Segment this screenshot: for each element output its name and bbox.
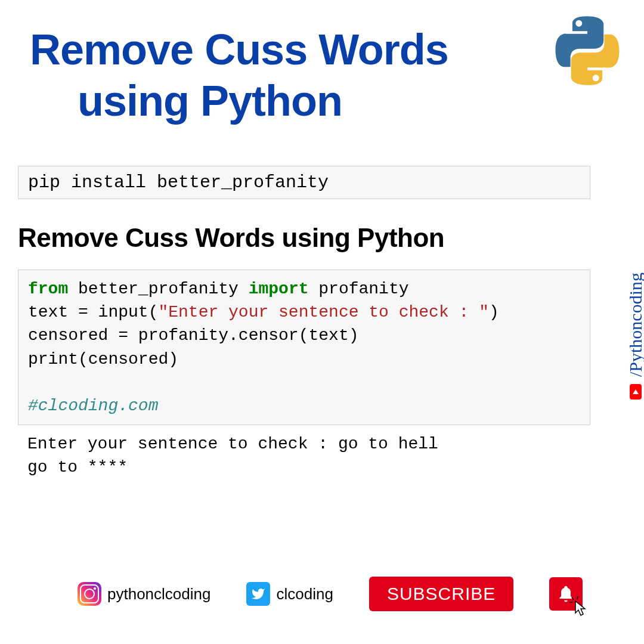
code-line-2a: text = input( bbox=[28, 303, 158, 321]
code-string: "Enter your sentence to check : " bbox=[158, 303, 489, 321]
svg-point-0 bbox=[575, 20, 582, 27]
twitter-icon bbox=[246, 582, 270, 606]
output-line-1: Enter your sentence to check : go to hel… bbox=[27, 435, 438, 453]
code-comment: #clcoding.com bbox=[28, 397, 158, 415]
instagram-icon bbox=[78, 582, 101, 606]
code-keyword-import: import bbox=[249, 280, 309, 298]
svg-line-2 bbox=[572, 597, 574, 600]
twitter-link[interactable]: clcoding bbox=[246, 582, 333, 606]
content-area: pip install better_profanity Remove Cuss… bbox=[18, 166, 590, 479]
python-logo-icon bbox=[552, 15, 623, 86]
subscribe-button[interactable]: SUBSCRIBE bbox=[369, 577, 513, 611]
header-area: Remove Cuss Words using Python bbox=[30, 24, 543, 127]
code-keyword-from: from bbox=[28, 280, 68, 298]
youtube-icon bbox=[630, 384, 642, 400]
content-subheading: Remove Cuss Words using Python bbox=[18, 223, 590, 253]
side-youtube-handle[interactable]: /Pythoncoding bbox=[626, 273, 644, 400]
instagram-handle: pythonclcoding bbox=[107, 585, 210, 603]
code-block: from better_profanity import profanity t… bbox=[18, 270, 590, 425]
svg-point-1 bbox=[593, 75, 599, 81]
install-command-text: pip install better_profanity bbox=[28, 172, 329, 193]
title-line-1: Remove Cuss Words bbox=[30, 26, 448, 73]
notification-bell-button[interactable] bbox=[549, 577, 583, 611]
cursor-click-icon bbox=[568, 596, 592, 620]
title-line-2: using Python bbox=[30, 75, 342, 126]
page-title: Remove Cuss Words using Python bbox=[30, 24, 543, 127]
instagram-link[interactable]: pythonclcoding bbox=[78, 582, 210, 606]
code-module: better_profanity bbox=[68, 280, 248, 298]
subscribe-label: SUBSCRIBE bbox=[387, 584, 496, 603]
twitter-handle: clcoding bbox=[276, 585, 333, 603]
svg-line-3 bbox=[577, 596, 578, 599]
youtube-handle-text: /Pythoncoding bbox=[626, 273, 644, 377]
output-block: Enter your sentence to check : go to hel… bbox=[18, 432, 590, 479]
footer-area: pythonclcoding clcoding SUBSCRIBE bbox=[78, 577, 626, 611]
output-line-2: go to **** bbox=[27, 458, 128, 476]
code-import-name: profanity bbox=[309, 280, 409, 298]
code-line-3: censored = profanity.censor(text) bbox=[28, 326, 359, 345]
code-line-2b: ) bbox=[489, 303, 499, 321]
install-command-box: pip install better_profanity bbox=[18, 166, 590, 199]
code-line-4: print(censored) bbox=[28, 350, 178, 369]
